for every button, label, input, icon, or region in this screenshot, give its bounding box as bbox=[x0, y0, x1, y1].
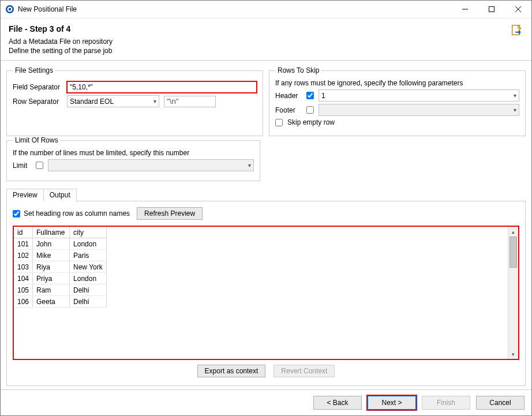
chevron-down-icon: ▾ bbox=[514, 92, 516, 99]
tab-output[interactable]: Output bbox=[43, 189, 77, 201]
limit-group: Limit Of Rows If the number of lines mus… bbox=[6, 136, 260, 181]
row-separator-label: Row Separator bbox=[13, 98, 62, 106]
chevron-down-icon: ▾ bbox=[248, 162, 251, 168]
chevron-down-icon: ▾ bbox=[514, 107, 516, 113]
limit-checkbox[interactable] bbox=[36, 162, 43, 169]
window-title: New Positional File bbox=[18, 5, 452, 13]
limit-label: Limit bbox=[13, 162, 31, 170]
vertical-scrollbar[interactable]: ▴ ▾ bbox=[508, 227, 518, 359]
preview-table-wrap: id Fullname city 101 John London 102 bbox=[13, 226, 519, 360]
back-button[interactable]: < Back bbox=[313, 396, 362, 410]
heading-row-label: Set heading row as column names bbox=[24, 209, 130, 218]
row-separator-value: Standard EOL bbox=[70, 98, 114, 106]
table-row[interactable]: 103 Riya New York bbox=[14, 261, 107, 273]
scroll-up-icon[interactable]: ▴ bbox=[508, 227, 518, 237]
table-row[interactable]: 101 John London bbox=[14, 238, 107, 250]
table-row[interactable]: 106 Geeta Delhi bbox=[14, 296, 107, 308]
col-header[interactable]: id bbox=[14, 227, 33, 238]
header-label: Header bbox=[275, 92, 302, 100]
skip-empty-checkbox[interactable] bbox=[275, 119, 283, 126]
header-value: 1 bbox=[321, 92, 325, 100]
footer-label: Footer bbox=[275, 106, 302, 114]
row-separator-literal bbox=[164, 96, 216, 107]
file-settings-legend: File Settings bbox=[13, 66, 55, 74]
svg-rect-3 bbox=[489, 7, 494, 12]
minimize-button[interactable] bbox=[452, 1, 478, 18]
table-row[interactable]: 105 Ram Delhi bbox=[14, 284, 107, 296]
wizard-footer: < Back Next > Finish Cancel bbox=[1, 389, 531, 415]
limit-value-combo: ▾ bbox=[48, 159, 254, 171]
refresh-preview-button[interactable]: Refresh Preview bbox=[137, 207, 203, 220]
table-row[interactable]: 102 Mike Paris bbox=[14, 250, 107, 261]
wizard-body: File Settings Field Separator Row Separa… bbox=[1, 61, 531, 389]
titlebar: New Positional File bbox=[1, 1, 531, 18]
close-button[interactable] bbox=[505, 1, 531, 18]
heading-row-checkbox[interactable] bbox=[13, 210, 20, 218]
limit-legend: Limit Of Rows bbox=[13, 136, 61, 144]
window-controls bbox=[452, 1, 531, 18]
footer-value-combo: ▾ bbox=[319, 104, 519, 116]
row-separator-combo[interactable]: Standard EOL ▾ bbox=[67, 95, 159, 107]
chevron-down-icon: ▾ bbox=[153, 98, 156, 104]
rows-to-skip-group: Rows To Skip If any rows must be ignored… bbox=[269, 66, 526, 136]
wizard-icon bbox=[511, 24, 523, 37]
wizard-header: File - Step 3 of 4 Add a Metadata File o… bbox=[1, 18, 531, 61]
tab-preview[interactable]: Preview bbox=[6, 189, 44, 201]
rows-to-skip-legend: Rows To Skip bbox=[275, 66, 321, 74]
header-checkbox[interactable] bbox=[306, 92, 314, 99]
svg-point-2 bbox=[9, 8, 11, 10]
cancel-button[interactable]: Cancel bbox=[476, 396, 524, 410]
export-context-button[interactable]: Export as context bbox=[197, 365, 266, 377]
finish-button: Finish bbox=[422, 396, 470, 410]
header-value-combo[interactable]: 1 ▾ bbox=[319, 89, 519, 102]
page-title: File - Step 3 of 4 bbox=[9, 24, 523, 33]
next-button[interactable]: Next > bbox=[368, 396, 416, 410]
col-header[interactable]: Fullname bbox=[33, 227, 70, 238]
skip-empty-label: Skip empty row bbox=[287, 118, 335, 126]
app-icon bbox=[5, 5, 14, 14]
col-header[interactable]: city bbox=[70, 227, 107, 238]
field-separator-label: Field Separator bbox=[13, 83, 62, 91]
page-subtitle-1: Add a Metadata File on repository bbox=[9, 37, 523, 46]
footer-checkbox[interactable] bbox=[306, 106, 314, 114]
dialog-window: New Positional File File - Step 3 of 4 A… bbox=[0, 0, 532, 416]
preview-panel: Set heading row as column names Refresh … bbox=[6, 201, 526, 386]
tab-strip: Preview Output bbox=[6, 188, 526, 201]
table-header-row: id Fullname city bbox=[14, 227, 107, 238]
preview-table: id Fullname city 101 John London 102 bbox=[14, 227, 107, 308]
page-subtitle-2: Define the setting of the parse job bbox=[9, 46, 523, 55]
scroll-thumb[interactable] bbox=[509, 237, 517, 268]
file-settings-group: File Settings Field Separator Row Separa… bbox=[6, 66, 263, 136]
maximize-button[interactable] bbox=[478, 1, 505, 18]
table-row[interactable]: 104 Priya London bbox=[14, 273, 107, 284]
field-separator-input[interactable] bbox=[67, 81, 257, 93]
scroll-down-icon[interactable]: ▾ bbox=[508, 349, 518, 359]
revert-context-button: Revert Context bbox=[274, 365, 335, 377]
rows-to-skip-hint: If any rows must be ignored, specify the… bbox=[275, 79, 519, 87]
limit-hint: If the number of lines must be limited, … bbox=[13, 149, 254, 157]
